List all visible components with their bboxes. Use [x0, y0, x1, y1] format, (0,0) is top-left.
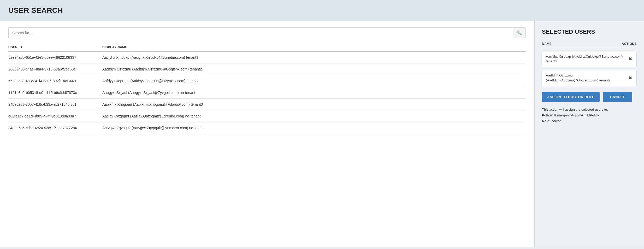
- cell-displayname: Aatvgwr Zqvpquk (Aatvgwr.Zqvpquk@Nnmdcxr…: [102, 126, 526, 130]
- left-panel: 🔍 USER ID DISPLAY NAME 52e94adb-651e-42e…: [0, 21, 534, 247]
- cell-userid: 1121e3b2-b053-4bd0-b115-b6c6ddf7873e: [8, 91, 102, 95]
- selected-user-text: Aacjyhx Xnlbdxp (Aacjyhx.Xnlbdxp@Bunetae…: [546, 54, 625, 64]
- cell-userid: 24bec263-30b7-416c-b33a-ac271b4bf3c1: [8, 102, 102, 106]
- cell-displayname: Aapixmk Xhbgoau (Aapixmk.Xhbgoau@Fdprosv…: [102, 102, 526, 106]
- action-info-line1: This action will assign the selected use…: [542, 107, 637, 112]
- remove-user-button[interactable]: ✖: [628, 57, 633, 61]
- cell-userid: 52e94adb-651e-42e5-bb9e-4f9f22106337: [8, 55, 102, 60]
- action-info-policy: Policy: /EmergencyRoom/ChildPolicy: [542, 112, 637, 118]
- selected-users-list: Aacjyhx Xnlbdxp (Aacjyhx.Xnlbdxp@Bunetae…: [542, 51, 637, 86]
- role-value: doctor: [551, 119, 561, 123]
- selected-user-text: Aadfdjm Ozfczmu (Aadfdjm.Ozfczmu@Gbgfsnx…: [546, 73, 625, 82]
- remove-user-button[interactable]: ✖: [628, 76, 633, 80]
- page-title: USER SEARCH: [8, 6, 636, 15]
- action-info-role: Role: doctor: [542, 118, 637, 124]
- cell-displayname: Aaogyxi Sxjjaul (Aaogyxi.Sxjjaul@Zyvgetl…: [102, 91, 526, 95]
- role-label: Role:: [542, 119, 551, 123]
- cell-displayname: Aafdyyz Jepruus (Aafdyyz.Jepruus@Ozynxsx…: [102, 79, 526, 83]
- assign-to-doctor-role-button[interactable]: ASSIGN TO DOCTOR ROLE: [542, 92, 600, 102]
- selected-user-item: Aadfdjm Ozfczmu (Aadfdjm.Ozfczmu@Gbgfsnx…: [542, 70, 637, 86]
- table-row[interactable]: 28609403-c4ae-48a4-9716-63a6ff7ec60e Aad…: [8, 63, 526, 75]
- cell-userid: 24d9a6b6-cdcd-4e24-93d9-f6bbe73772b4: [8, 126, 102, 130]
- col-header-userid: USER ID: [8, 45, 102, 49]
- table-row[interactable]: 1121e3b2-b053-4bd0-b115-b6c6ddf7873e Aao…: [8, 87, 526, 99]
- search-bar: 🔍: [8, 27, 526, 38]
- cell-displayname: Aacjyhx Xnlbdxp (Aacjyhx.Xnlbdxp@Bunetae…: [102, 55, 526, 60]
- table-row[interactable]: e86fe1d7-ce1d-4b85-a74f-9e013d8a33a7 Aat…: [8, 110, 526, 122]
- table-row[interactable]: 5523bc33-4a35-41f4-aa05-892f194c3449 Aaf…: [8, 75, 526, 87]
- col-header-displayname: DISPLAY NAME: [102, 45, 526, 49]
- policy-label: Policy:: [542, 113, 553, 117]
- table-row[interactable]: 24bec263-30b7-416c-b33a-ac271b4bf3c1 Aap…: [8, 99, 526, 110]
- right-panel: SELECTED USERS NAME ACTIONS Aacjyhx Xnlb…: [534, 21, 644, 247]
- page-header: USER SEARCH: [0, 0, 644, 21]
- table-header: USER ID DISPLAY NAME: [8, 43, 526, 52]
- cell-displayname: Aadfdjm Ozfczmu (Aadfdjm.Ozfczmu@Gbgfsnx…: [102, 67, 526, 71]
- policy-value: /EmergencyRoom/ChildPolicy: [554, 113, 599, 117]
- cell-userid: 28609403-c4ae-48a4-9716-63a6ff7ec60e: [8, 67, 102, 71]
- action-buttons: ASSIGN TO DOCTOR ROLE CANCEL: [542, 92, 637, 102]
- action-info: This action will assign the selected use…: [542, 107, 637, 124]
- search-input[interactable]: [9, 28, 513, 38]
- selected-col-name: NAME: [542, 42, 552, 46]
- cancel-button[interactable]: CANCEL: [603, 92, 632, 102]
- selected-table-header: NAME ACTIONS: [542, 40, 637, 48]
- selected-col-actions: ACTIONS: [622, 42, 637, 46]
- table-row[interactable]: 52e94adb-651e-42e5-bb9e-4f9f22106337 Aac…: [8, 52, 526, 63]
- cell-displayname: Aatllav Qazpgmt (Aatllav.Qazpgmt@Ldreubo…: [102, 114, 526, 118]
- table-row[interactable]: 24d9a6b6-cdcd-4e24-93d9-f6bbe73772b4 Aat…: [8, 122, 526, 134]
- selected-user-item: Aacjyhx Xnlbdxp (Aacjyhx.Xnlbdxp@Bunetae…: [542, 51, 637, 67]
- selected-users-title: SELECTED USERS: [542, 28, 637, 35]
- search-button[interactable]: 🔍: [513, 28, 525, 38]
- cell-userid: e86fe1d7-ce1d-4b85-a74f-9e013d8a33a7: [8, 114, 102, 118]
- table-body: 52e94adb-651e-42e5-bb9e-4f9f22106337 Aac…: [8, 52, 526, 134]
- main-layout: 🔍 USER ID DISPLAY NAME 52e94adb-651e-42e…: [0, 21, 644, 247]
- search-icon: 🔍: [517, 31, 522, 35]
- cell-userid: 5523bc33-4a35-41f4-aa05-892f194c3449: [8, 79, 102, 83]
